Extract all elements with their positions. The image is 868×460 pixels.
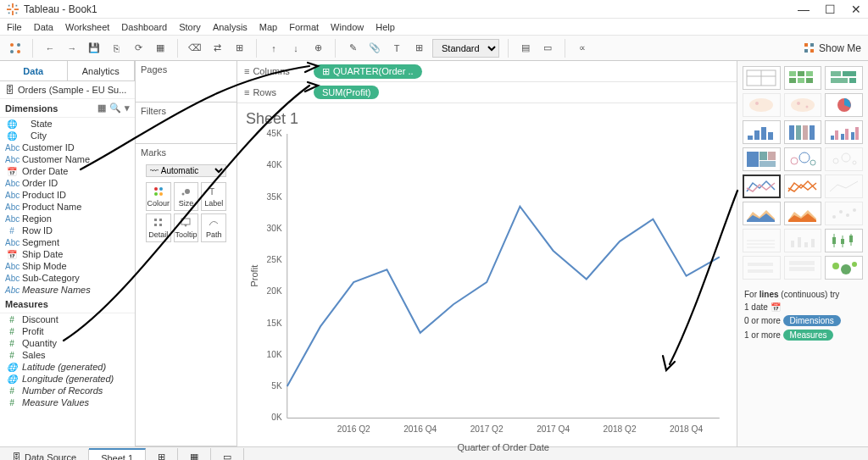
menu-icon[interactable]: ▾ [125,103,130,114]
menu-data[interactable]: Data [34,22,53,32]
viz-thumb-22[interactable] [784,256,822,280]
measure-item[interactable]: 🌐Longitude (generated) [0,373,135,385]
maximize-button[interactable]: ☐ [825,3,836,16]
viz-thumb-8[interactable] [825,120,863,144]
fix-axis-button[interactable]: ⊞ [410,40,427,57]
marks-type-select[interactable]: 〰 Automatic [146,164,226,177]
rows-pill[interactable]: SUM(Profit) [314,86,379,99]
share-button[interactable]: ∝ [574,40,591,57]
pin-button[interactable]: 📎 [366,40,383,57]
tab-data[interactable]: Data [0,61,68,80]
view-icon[interactable]: ▦ [97,103,106,114]
line-chart[interactable]: 0K5K10K15K20K25K30K35K40K45K2016 Q22016 … [246,129,728,456]
viz-thumb-14[interactable] [825,175,863,198]
columns-pill[interactable]: ⊞QUARTER(Order .. [314,64,422,79]
refresh-button[interactable]: ⟳ [130,40,147,57]
new-sheet-button[interactable]: ⊞ [146,448,178,460]
viz-thumb-20[interactable] [825,229,863,252]
dimension-item[interactable]: 📅Ship Date [0,248,135,260]
new-worksheet-button[interactable]: ▦ [152,40,169,57]
tab-analytics[interactable]: Analytics [68,61,136,80]
fit-select[interactable]: Standard [432,39,499,58]
menu-dashboard[interactable]: Dashboard [121,22,167,32]
viz-thumb-7[interactable] [784,120,822,144]
viz-thumb-10[interactable] [784,147,822,171]
tab-sheet1[interactable]: Sheet 1 [89,448,146,461]
marks-card-tooltip[interactable]: Tooltip [174,213,199,242]
columns-shelf[interactable]: ≡Columns ⊞QUARTER(Order .. [237,61,737,82]
dimension-item[interactable]: AbcMeasure Names [0,284,135,296]
dimension-item[interactable]: #Row ID [0,224,135,236]
marks-card-label[interactable]: TLabel [201,182,226,211]
viz-thumb-13[interactable] [784,175,822,198]
measure-item[interactable]: #Profit [0,325,135,337]
measure-item[interactable]: #Number of Records [0,385,135,396]
dimension-item[interactable]: AbcProduct ID [0,189,135,201]
viz-thumb-18[interactable] [743,229,781,252]
menu-file[interactable]: File [7,22,22,32]
dimension-item[interactable]: AbcShip Mode [0,260,135,272]
menu-analysis[interactable]: Analysis [213,22,248,32]
view-cards-button[interactable]: ▤ [517,40,534,57]
swap-button[interactable]: ⇄ [209,40,225,57]
presentation-button[interactable]: ▭ [539,40,556,57]
save-button[interactable]: 💾 [86,40,103,57]
viz-thumb-11[interactable] [825,147,863,171]
tab-datasource[interactable]: 🗄Data Source [0,449,89,461]
filters-shelf[interactable]: Filters [136,103,236,144]
marks-card-detail[interactable]: Detail [146,213,171,242]
clear-button[interactable]: ⌫ [186,40,203,57]
menu-help[interactable]: Help [376,22,395,32]
viz-thumb-17[interactable] [825,202,863,225]
measure-item[interactable]: #Measure Values [0,396,135,408]
marks-card-colour[interactable]: Colour [146,182,171,211]
measure-item[interactable]: #Discount [0,313,135,325]
new-story-button[interactable]: ▭ [211,448,244,460]
viz-thumb-6[interactable] [743,120,781,144]
viz-thumb-3[interactable] [743,93,781,117]
menu-story[interactable]: Story [179,22,201,32]
dimension-item[interactable]: AbcSegment [0,236,135,248]
dimension-item[interactable]: 🌐State [0,118,135,130]
showme-toggle[interactable]: Show Me [804,42,861,54]
dimension-item[interactable]: AbcCustomer Name [0,153,135,165]
sheet-title[interactable]: Sheet 1 [246,110,725,128]
search-icon[interactable]: 🔍 [109,103,121,114]
redo-button[interactable]: → [64,40,81,57]
sort-desc-button[interactable]: ↓ [287,40,304,57]
marks-card-size[interactable]: Size [174,182,199,211]
viz-thumb-12[interactable] [743,175,781,198]
group-button[interactable]: ⊕ [309,40,326,57]
measure-item[interactable]: #Quantity [0,337,135,349]
viz-thumb-4[interactable] [784,93,822,117]
fit-button[interactable]: ⊞ [231,40,248,57]
viz-thumb-19[interactable] [784,229,822,252]
pages-shelf[interactable]: Pages [136,61,236,103]
dimension-item[interactable]: AbcSub-Category [0,272,135,284]
viz-thumb-21[interactable] [743,256,781,280]
viz-thumb-23[interactable] [825,256,863,280]
menu-format[interactable]: Format [289,22,319,32]
marks-card-path[interactable]: Path [201,213,226,242]
dimension-item[interactable]: 🌐City [0,130,135,141]
new-dashboard-button[interactable]: ▦ [178,448,211,460]
measure-item[interactable]: 🌐Latitude (generated) [0,361,135,373]
sort-asc-button[interactable]: ↑ [265,40,282,57]
measure-item[interactable]: #Sales [0,349,135,361]
dimension-item[interactable]: AbcCustomer ID [0,141,135,153]
menu-map[interactable]: Map [259,22,277,32]
viz-thumb-1[interactable] [784,66,822,90]
dimension-item[interactable]: 📅Order Date [0,165,135,177]
viz-thumb-16[interactable] [784,202,822,225]
tableau-icon[interactable] [7,40,24,57]
viz-thumb-5[interactable] [825,93,863,117]
highlight-button[interactable]: ✎ [344,40,361,57]
viz-thumb-9[interactable] [743,147,781,171]
menu-worksheet[interactable]: Worksheet [65,22,109,32]
rows-shelf[interactable]: ≡Rows SUM(Profit) [237,82,737,103]
new-datasource-button[interactable]: ⎘ [108,40,125,57]
viz-thumb-2[interactable] [825,66,863,90]
dimension-item[interactable]: AbcProduct Name [0,201,135,213]
menu-window[interactable]: Window [331,22,364,32]
viz-thumb-0[interactable] [743,66,781,90]
